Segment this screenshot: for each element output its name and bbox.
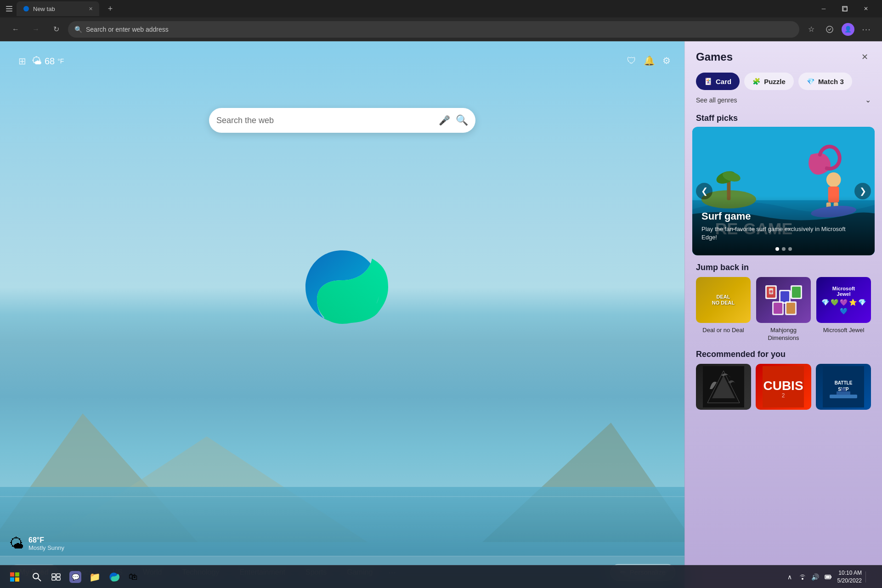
see-all-genres[interactable]: See all genres ⌄ <box>685 94 882 110</box>
svg-rect-39 <box>830 395 857 398</box>
search-button[interactable]: 🔍 <box>456 114 468 126</box>
collections-icon[interactable] <box>821 21 838 38</box>
weather-temp: 68 <box>45 56 55 67</box>
match3-icon: 💎 <box>807 78 814 85</box>
sidebar-header: Games ✕ <box>685 41 882 69</box>
taskbar-store[interactable]: 🛍 <box>124 568 142 586</box>
svg-rect-41 <box>841 388 846 392</box>
svg-rect-48 <box>52 574 56 577</box>
nav-right-icons: ☆ 👤 ··· <box>803 21 875 38</box>
back-button[interactable]: ← <box>7 21 24 38</box>
taskbar-search[interactable] <box>28 568 46 586</box>
show-desktop-button[interactable] <box>865 571 876 582</box>
browser-menu-icon[interactable] <box>6 5 13 12</box>
battleship-art: BATTLE SHIP <box>823 366 864 407</box>
browser-tab-active[interactable]: New tab ✕ <box>17 1 99 16</box>
carousel-dot-2[interactable] <box>782 247 786 251</box>
game-card-jewel[interactable]: MicrosoftJewel 💎💚💜 ⭐💎💙 Microsoft Jewel <box>816 277 871 342</box>
svg-rect-27 <box>774 303 782 314</box>
taskbar-taskview[interactable] <box>47 568 65 586</box>
weather-widget[interactable]: 🌤 68 °F <box>32 55 64 67</box>
rec-card-cubis[interactable]: CUBIS 2 <box>756 364 811 410</box>
genre-tab-card[interactable]: 🃏 Card <box>696 73 740 90</box>
taskbar-chat[interactable]: 💬 <box>66 568 85 586</box>
edge-logo <box>296 241 388 333</box>
tab-favicon <box>23 6 29 12</box>
carousel-next-button[interactable]: ❯ <box>854 183 871 199</box>
tab-close-button[interactable]: ✕ <box>89 6 93 12</box>
cubis-thumbnail: CUBIS 2 <box>756 364 811 410</box>
recommended-grid: CUBIS 2 BATTLE SHIP <box>696 364 871 410</box>
genre-tab-puzzle[interactable]: 🧩 Puzzle <box>744 73 794 90</box>
atari-art <box>703 366 744 407</box>
recommended-section: Recommended for you <box>685 346 882 413</box>
search-placeholder[interactable]: Search the web <box>216 116 433 125</box>
tray-sound[interactable]: 🔊 <box>810 571 821 582</box>
close-button[interactable]: ✕ <box>855 1 876 16</box>
svg-rect-25 <box>792 287 801 298</box>
games-sidebar: Games ✕ 🃏 Card 🧩 Puzzle 💎 Match 3 <box>684 41 882 588</box>
address-text: Search or enter web address <box>86 26 793 33</box>
deal-thumbnail: DEALNO DEAL <box>696 277 751 323</box>
svg-rect-42 <box>10 572 14 577</box>
start-button[interactable] <box>6 568 24 586</box>
svg-point-52 <box>802 578 803 580</box>
bell-icon[interactable]: 🔔 <box>644 55 655 66</box>
carousel-content: Surf game Play the fan-favorite surf gam… <box>692 127 875 255</box>
puzzle-icon: 🧩 <box>752 78 760 85</box>
apps-grid-button[interactable]: ⊞ <box>18 56 26 67</box>
refresh-button[interactable]: ↻ <box>48 21 64 38</box>
taskbar-explorer[interactable]: 📁 <box>85 568 104 586</box>
svg-rect-45 <box>15 577 19 582</box>
tray-network[interactable] <box>797 571 808 582</box>
svg-rect-2 <box>6 11 12 11</box>
tray-chevron[interactable]: ∧ <box>784 571 795 582</box>
carousel-prev-button[interactable]: ❮ <box>696 183 712 199</box>
mic-button[interactable]: 🎤 <box>439 115 450 126</box>
cubis-art: CUBIS 2 <box>763 366 804 407</box>
deal-game-name: Deal or no Deal <box>696 327 751 334</box>
clock-date: 5/20/2022 <box>837 577 862 585</box>
weather-unit: °F <box>57 57 64 65</box>
rec-card-battleship[interactable]: BATTLE SHIP <box>816 364 871 410</box>
search-bar: Search the web 🎤 🔍 <box>209 108 475 133</box>
address-bar[interactable]: 🔍 Search or enter web address <box>68 21 799 38</box>
game-card-deal[interactable]: DEALNO DEAL Deal or no Deal <box>696 277 751 342</box>
taskbar-right: ∧ 🔊 10:10 AM 5/20/2022 <box>784 569 876 585</box>
deal-text: DEALNO DEAL <box>712 294 735 306</box>
title-bar: New tab ✕ + ─ ✕ <box>0 0 882 17</box>
carousel-game-title: Surf game <box>701 210 847 222</box>
title-bar-left: New tab ✕ + <box>6 1 118 16</box>
maximize-button[interactable] <box>834 1 855 16</box>
forward-button[interactable]: → <box>28 21 44 38</box>
taskbar-clock[interactable]: 10:10 AM 5/20/2022 <box>837 569 862 585</box>
new-tab-button[interactable]: + <box>103 1 118 16</box>
weather-bottom: 🌤 68°F Mostly Sunny <box>9 535 64 552</box>
svg-point-3 <box>23 6 29 11</box>
tab-title: New tab <box>33 6 55 12</box>
sidebar-title: Games <box>696 51 733 63</box>
minimize-button[interactable]: ─ <box>813 1 834 16</box>
taskbar: 💬 📁 🛍 ∧ 🔊 <box>0 565 882 588</box>
profile-button[interactable]: 👤 <box>840 21 856 38</box>
rec-card-atari[interactable] <box>696 364 751 410</box>
carousel-game-desc: Play the fan-favorite surf game exclusiv… <box>701 225 847 242</box>
jump-back-section: Jump back in DEALNO DEAL Deal or no Deal <box>685 255 882 346</box>
shield-icon[interactable]: 🛡 <box>627 56 636 66</box>
weather-description: Mostly Sunny <box>28 544 64 551</box>
sidebar-close-button[interactable]: ✕ <box>858 51 871 63</box>
settings-icon[interactable]: ⚙ <box>662 55 671 66</box>
settings-more-button[interactable]: ··· <box>858 21 875 38</box>
carousel-dot-3[interactable] <box>788 247 792 251</box>
navigation-bar: ← → ↻ 🔍 Search or enter web address ☆ 👤 … <box>0 17 882 41</box>
favorites-icon[interactable]: ☆ <box>803 21 820 38</box>
jump-back-grid: DEALNO DEAL Deal or no Deal 🀄 <box>696 277 871 342</box>
svg-rect-5 <box>843 7 847 11</box>
taskbar-edge[interactable] <box>105 568 123 586</box>
weather-temp-text: 68°F <box>28 536 64 544</box>
tray-battery[interactable] <box>823 571 834 582</box>
game-card-mahjongg[interactable]: 🀄 <box>756 277 811 342</box>
genre-tab-match3[interactable]: 💎 Match 3 <box>798 73 852 90</box>
carousel-dot-1[interactable] <box>775 247 779 251</box>
svg-text:BATTLE: BATTLE <box>834 380 852 385</box>
